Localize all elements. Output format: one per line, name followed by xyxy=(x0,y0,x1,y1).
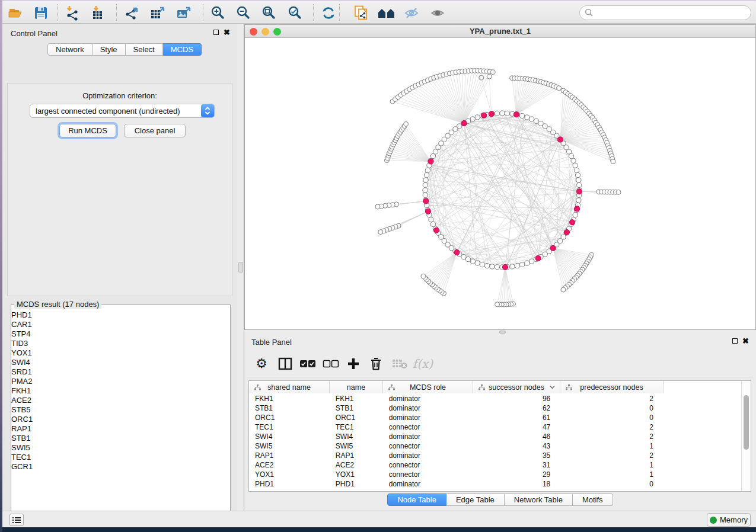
delete-column-button[interactable] xyxy=(367,355,385,373)
toolbar-separator xyxy=(313,4,314,21)
tab-style[interactable]: Style xyxy=(92,43,126,56)
import-network-icon xyxy=(65,5,81,21)
mcds-result-item[interactable]: SRD1 xyxy=(11,367,213,377)
table-row[interactable]: YOX1YOX1connector291 xyxy=(249,470,663,479)
copy-documents-icon xyxy=(353,5,369,21)
table-options-button[interactable]: ⚙ xyxy=(253,355,270,373)
run-mcds-button[interactable]: Run MCDS xyxy=(59,124,116,137)
float-panel-icon[interactable] xyxy=(213,30,219,35)
mcds-result-item[interactable]: STB5 xyxy=(11,405,213,415)
mcds-result-item[interactable]: SWI5 xyxy=(11,443,213,453)
mcds-result-item[interactable]: CAR1 xyxy=(11,320,213,329)
close-table-panel-icon[interactable]: ✖ xyxy=(742,338,749,344)
vertical-splitter[interactable] xyxy=(237,24,244,511)
export-table-button[interactable] xyxy=(149,5,167,21)
search-input[interactable] xyxy=(596,8,751,17)
table-row[interactable]: STB1STB1dominator620 xyxy=(249,403,663,413)
column-header-name[interactable]: name xyxy=(330,381,383,393)
mcds-result-item[interactable]: YOX1 xyxy=(11,348,213,358)
table-row[interactable]: ACE2ACE2connector311 xyxy=(249,460,663,470)
vertical-splitter-handle[interactable] xyxy=(238,262,243,273)
close-panel-icon[interactable]: ✖ xyxy=(224,30,230,35)
deselect-all-button[interactable] xyxy=(322,355,340,373)
horizontal-splitter-handle[interactable] xyxy=(499,331,506,334)
column-header-MCDS-role[interactable]: MCDS role xyxy=(383,381,473,393)
table-row[interactable]: FKH1FKH1dominator962 xyxy=(249,394,663,403)
criterion-dropdown[interactable]: largest connected component (undirected) xyxy=(30,104,215,118)
mcds-result-item[interactable]: GCR1 xyxy=(11,462,213,472)
main-toolbar xyxy=(2,0,756,24)
mcds-result-item[interactable]: SWI4 xyxy=(11,358,213,367)
tab-motifs[interactable]: Motifs xyxy=(573,493,613,506)
column-type-icon xyxy=(479,384,485,390)
table-row[interactable]: SWI4SWI4dominator462 xyxy=(249,432,663,441)
mcds-result-item[interactable]: TID3 xyxy=(11,339,213,348)
close-panel-button[interactable]: Close panel xyxy=(124,124,186,137)
network-titlebar[interactable]: YPA_prune.txt_1 xyxy=(245,25,755,38)
export-image-button[interactable] xyxy=(175,5,193,21)
horizontal-splitter[interactable] xyxy=(244,330,756,335)
memory-status-icon xyxy=(710,517,717,524)
table-row[interactable]: RAP1RAP1dominator352 xyxy=(249,451,663,460)
delete-table-button[interactable] xyxy=(391,355,409,373)
float-table-panel-icon[interactable] xyxy=(732,338,738,344)
tab-edge-table[interactable]: Edge Table xyxy=(446,493,505,506)
mcds-result-item[interactable]: PHD1 xyxy=(11,310,213,320)
clone-network-button[interactable] xyxy=(352,5,370,21)
table-cell: PHD1 xyxy=(249,479,330,489)
table-scrollbar-thumb[interactable] xyxy=(744,395,749,450)
hide-selected-button[interactable] xyxy=(403,5,421,21)
mcds-result-title: MCDS result (17 nodes) xyxy=(14,300,101,309)
select-all-button[interactable] xyxy=(299,355,317,373)
add-column-button[interactable] xyxy=(344,355,362,373)
zoom-in-button[interactable] xyxy=(209,5,227,21)
apply-layout-button[interactable] xyxy=(320,5,337,21)
sort-descending-icon xyxy=(550,385,555,389)
table-scrollbar[interactable] xyxy=(741,381,751,491)
column-header-predecessor-nodes[interactable]: predecessor nodes xyxy=(560,381,664,393)
open-file-button[interactable] xyxy=(7,5,25,21)
save-session-button[interactable] xyxy=(32,5,50,21)
mcds-result-item[interactable]: RAP1 xyxy=(11,424,213,434)
mcds-result-item[interactable]: ORC1 xyxy=(11,415,213,424)
table-row[interactable]: SWI5SWI5connector431 xyxy=(249,441,663,451)
table-row[interactable]: ORC1ORC1dominator610 xyxy=(249,413,663,422)
first-neighbors-button[interactable] xyxy=(378,5,395,21)
column-header-shared-name[interactable]: shared name xyxy=(249,381,330,393)
table-cell: dominator xyxy=(383,432,473,441)
table-panel: Table Panel ✖ ⚙ xyxy=(244,335,756,511)
memory-button[interactable]: Memory xyxy=(707,513,751,527)
table-cell: 61 xyxy=(473,413,560,422)
task-history-button[interactable] xyxy=(9,514,24,526)
tab-network-table[interactable]: Network Table xyxy=(505,493,573,506)
show-all-button[interactable] xyxy=(429,5,447,21)
mcds-result-item[interactable]: ACE2 xyxy=(11,396,213,405)
tab-mcds[interactable]: MCDS xyxy=(163,43,202,56)
network-canvas[interactable] xyxy=(245,39,755,329)
mcds-result-item[interactable]: STB1 xyxy=(11,434,213,443)
zoom-out-button[interactable] xyxy=(234,5,252,21)
mcds-result-item[interactable]: PMA2 xyxy=(11,377,213,386)
column-view-button[interactable] xyxy=(276,355,294,373)
tab-select[interactable]: Select xyxy=(126,43,163,56)
import-network-button[interactable] xyxy=(64,5,82,21)
table-row[interactable]: PHD1PHD1dominator180 xyxy=(249,479,663,489)
mcds-result-item[interactable]: TEC1 xyxy=(11,453,213,462)
export-network-button[interactable] xyxy=(123,5,141,21)
network-search-field[interactable] xyxy=(579,5,751,20)
tab-network[interactable]: Network xyxy=(47,43,92,56)
function-builder-button[interactable]: f(x) xyxy=(414,355,432,373)
zoom-selected-button[interactable] xyxy=(286,5,304,21)
tab-node-table[interactable]: Node Table xyxy=(387,493,446,506)
houses-icon xyxy=(378,6,395,20)
table-cell: connector xyxy=(383,441,473,451)
table-cell: 35 xyxy=(473,451,560,460)
table-row[interactable]: TEC1TEC1connector472 xyxy=(249,422,663,432)
import-table-button[interactable] xyxy=(90,5,108,21)
table-cell: 2 xyxy=(560,394,663,403)
column-header-successor-nodes[interactable]: successor nodes xyxy=(473,381,560,393)
mcds-result-item[interactable]: STP4 xyxy=(11,329,213,339)
mcds-result-item[interactable]: FKH1 xyxy=(11,386,213,396)
mcds-hub-node xyxy=(423,198,429,204)
zoom-fit-button[interactable] xyxy=(260,5,277,21)
